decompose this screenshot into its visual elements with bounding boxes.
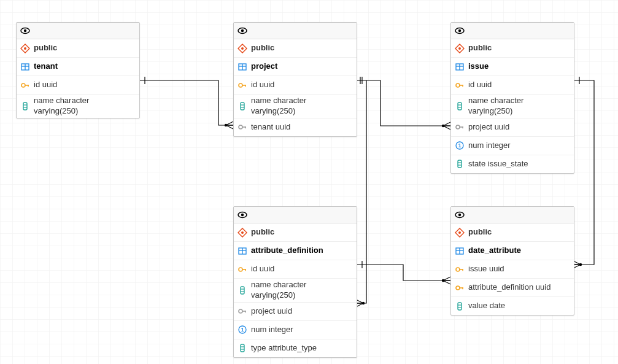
entity-tenant[interactable]: publictenantid uuidname character varyin…	[16, 22, 140, 118]
table-name-label: tenant	[34, 61, 135, 72]
column-label: num integer	[251, 325, 352, 335]
table-icon	[238, 246, 247, 256]
column-row[interactable]: num integer	[234, 321, 357, 339]
entity-date_attribute[interactable]: publicdate_attributeissue uuidattribute_…	[450, 206, 574, 316]
column-row[interactable]: issue uuid	[451, 260, 574, 279]
table-name-label: date_attribute	[468, 246, 570, 256]
column-label: type attribute_type	[251, 343, 352, 354]
column-label: name character varying(250)	[251, 280, 352, 301]
entity-header[interactable]	[451, 23, 574, 39]
schema-label: public	[251, 43, 352, 53]
entity-project[interactable]: publicprojectid uuidname character varyi…	[233, 22, 357, 137]
column-icon	[238, 285, 247, 295]
table-icon	[20, 62, 30, 72]
schema-label: public	[251, 227, 352, 238]
column-row[interactable]: id uuid	[17, 76, 139, 95]
schema-icon	[455, 44, 465, 53]
column-label: tenant uuid	[251, 122, 352, 133]
column-row[interactable]: num integer	[451, 137, 574, 155]
column-row[interactable]: id uuid	[451, 76, 574, 95]
entity-header[interactable]	[17, 23, 139, 39]
schema-row: public	[234, 39, 357, 58]
column-row[interactable]: project uuid	[451, 118, 574, 137]
foreign-key-icon	[455, 122, 465, 132]
eye-icon	[238, 26, 247, 36]
table-name-row: project	[234, 58, 357, 76]
column-label: issue uuid	[468, 264, 570, 274]
column-row[interactable]: tenant uuid	[234, 118, 357, 136]
column-label: id uuid	[251, 80, 352, 90]
table-icon	[238, 62, 247, 72]
table-name-row: tenant	[17, 58, 139, 76]
schema-row: public	[451, 39, 574, 58]
column-label: name character varying(250)	[468, 96, 570, 117]
table-icon	[455, 62, 465, 72]
schema-row: public	[234, 223, 357, 242]
column-row[interactable]: name character varying(250)	[17, 95, 139, 118]
entity-issue[interactable]: publicissueid uuidname character varying…	[450, 22, 574, 174]
column-icon	[20, 101, 30, 111]
column-label: name character varying(250)	[34, 96, 135, 117]
column-row[interactable]: state issue_state	[451, 155, 574, 173]
entity-header[interactable]	[234, 23, 357, 39]
column-label: id uuid	[251, 264, 352, 274]
column-label: state issue_state	[468, 159, 570, 169]
column-row[interactable]: project uuid	[234, 303, 357, 321]
primary-key-icon	[455, 283, 465, 293]
foreign-key-icon	[238, 122, 247, 132]
diagram-canvas[interactable]: publictenantid uuidname character varyin…	[0, 0, 618, 364]
table-name-label: project	[251, 61, 352, 72]
schema-label: public	[468, 227, 570, 238]
column-icon	[455, 301, 465, 311]
column-icon	[238, 343, 247, 353]
schema-icon	[238, 44, 247, 53]
entity-header[interactable]	[234, 207, 357, 223]
column-label: project uuid	[251, 306, 352, 317]
column-label: value date	[468, 301, 570, 311]
column-label: project uuid	[468, 122, 570, 133]
primary-key-icon	[455, 80, 465, 90]
schema-row: public	[451, 223, 574, 242]
table-name-label: issue	[468, 61, 570, 72]
column-row[interactable]: id uuid	[234, 260, 357, 279]
primary-key-icon	[455, 265, 465, 274]
schema-icon	[238, 228, 247, 238]
table-icon	[455, 246, 465, 256]
column-icon	[238, 101, 247, 111]
column-label: num integer	[468, 141, 570, 151]
table-name-label: attribute_definition	[251, 246, 352, 256]
column-label: id uuid	[34, 80, 135, 90]
table-name-row: attribute_definition	[234, 242, 357, 260]
table-name-row: date_attribute	[451, 242, 574, 260]
schema-row: public	[17, 39, 139, 58]
eye-icon	[20, 26, 30, 36]
eye-icon	[455, 26, 465, 36]
entity-header[interactable]	[451, 207, 574, 223]
primary-key-icon	[20, 80, 30, 90]
eye-icon	[455, 210, 465, 220]
primary-key-icon	[238, 80, 247, 90]
eye-icon	[238, 210, 247, 220]
column-icon	[455, 101, 465, 111]
foreign-key-icon	[238, 306, 247, 316]
column-row[interactable]: attribute_definition uuid	[451, 279, 574, 297]
schema-label: public	[468, 43, 570, 53]
entity-attribute_definition[interactable]: publicattribute_definitionid uuidname ch…	[233, 206, 357, 358]
schema-label: public	[34, 43, 135, 53]
column-row[interactable]: type attribute_type	[234, 339, 357, 357]
number-icon	[238, 325, 247, 335]
column-row[interactable]: id uuid	[234, 76, 357, 95]
column-label: id uuid	[468, 80, 570, 90]
column-label: name character varying(250)	[251, 96, 352, 117]
primary-key-icon	[238, 265, 247, 274]
column-row[interactable]: value date	[451, 297, 574, 315]
column-row[interactable]: name character varying(250)	[451, 95, 574, 118]
schema-icon	[455, 228, 465, 238]
schema-icon	[20, 44, 30, 53]
column-label: attribute_definition uuid	[468, 282, 570, 293]
table-name-row: issue	[451, 58, 574, 76]
column-row[interactable]: name character varying(250)	[234, 95, 357, 118]
number-icon	[455, 141, 465, 150]
column-row[interactable]: name character varying(250)	[234, 279, 357, 303]
column-icon	[455, 159, 465, 169]
